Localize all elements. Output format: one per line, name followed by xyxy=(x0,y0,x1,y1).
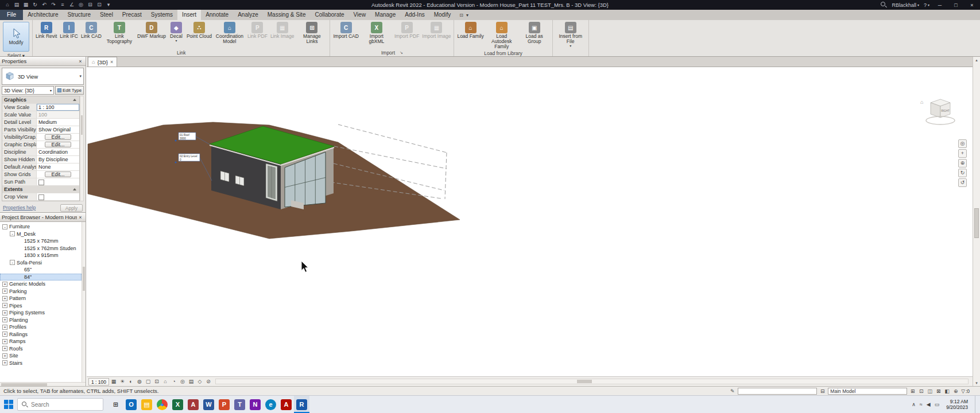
tree-expander-icon[interactable]: + xyxy=(2,310,7,315)
start-button[interactable] xyxy=(0,396,17,413)
ribbon-button[interactable]: R Link Revit xyxy=(34,21,58,40)
tree-item[interactable]: 1525 x 762mm xyxy=(0,237,82,245)
property-row[interactable]: Crop View xyxy=(2,193,79,201)
drag-on-selection-icon[interactable]: ⊕ xyxy=(952,388,959,394)
tree-item[interactable]: - Sofa-Pensi xyxy=(0,259,82,267)
tree-item[interactable]: 1525 x 762mm Studen xyxy=(0,245,82,252)
tree-expander-icon[interactable]: - xyxy=(10,260,15,265)
property-row[interactable]: Show Hidden ... By Discipline xyxy=(2,156,79,163)
type-selector[interactable]: 3D View ▾ xyxy=(2,68,84,85)
properties-scrollbar[interactable] xyxy=(80,96,84,201)
project-browser-header[interactable]: Project Browser - Modern House_P... × xyxy=(0,213,86,222)
canvas-vertical-scrollbar[interactable]: ▴ ▾ xyxy=(973,57,980,386)
tree-expander-icon[interactable]: + xyxy=(2,360,7,365)
tree-item[interactable]: - M_Desk xyxy=(0,231,82,238)
measure-icon[interactable]: ∠ xyxy=(68,1,76,9)
ribbon-button[interactable]: C Import CAD xyxy=(332,21,359,40)
properties-header[interactable]: Properties × xyxy=(0,57,86,66)
displacement-icon[interactable]: ◇ xyxy=(196,378,204,385)
network-icon[interactable]: ≈ xyxy=(920,402,923,407)
browser-vertical-scrollbar[interactable] xyxy=(82,222,86,382)
property-row[interactable]: Default Analys... None xyxy=(2,163,79,171)
taskbar-clock[interactable]: 9:12 AM 9/20/2023 xyxy=(946,399,968,410)
edit-type-button[interactable]: Edit Type xyxy=(55,86,84,95)
crop-view-icon[interactable]: ▢ xyxy=(144,378,152,385)
view-tab-close-icon[interactable]: × xyxy=(110,59,113,65)
property-value[interactable]: Edit... xyxy=(45,134,71,140)
ribbon-button[interactable]: ▤ Insert from File ▾ xyxy=(555,21,587,49)
print-icon[interactable]: ≡ xyxy=(59,1,67,9)
task-view-icon[interactable]: ⊞ xyxy=(108,396,123,413)
property-value[interactable] xyxy=(37,178,79,185)
select-links-icon[interactable]: ⊡ xyxy=(917,388,925,394)
scroll-up-icon[interactable]: ▴ xyxy=(973,57,980,63)
battery-icon[interactable]: ▭ xyxy=(935,402,940,407)
modify-button[interactable]: Modify xyxy=(3,22,29,52)
ribbon-button[interactable]: ⌂ Load Family xyxy=(456,21,485,40)
tab-add-ins[interactable]: Add-Ins xyxy=(400,10,429,20)
temporary-view-properties-icon[interactable]: ▤ xyxy=(187,378,195,385)
drawing-canvas[interactable]: 01 Roof 3000 02 Entry Level 0 ⌂ xyxy=(87,67,973,376)
property-row[interactable]: Graphics xyxy=(2,96,79,104)
property-value[interactable] xyxy=(37,193,79,200)
ribbon-button[interactable]: ▦ Import Image xyxy=(421,21,452,40)
tree-expander-icon[interactable]: - xyxy=(10,231,15,236)
render-icon[interactable]: ◍ xyxy=(135,378,144,385)
save-icon[interactable]: ▦ xyxy=(22,1,30,9)
search-icon[interactable] xyxy=(881,2,887,8)
full-navigation-wheel-icon[interactable]: ◎ xyxy=(958,139,967,148)
tree-expander-icon[interactable] xyxy=(17,274,22,279)
tree-expander-icon[interactable]: + xyxy=(2,346,7,351)
undo-icon[interactable]: ↶ xyxy=(40,1,48,9)
property-row[interactable]: Visibility/Grap... Edit... xyxy=(2,134,79,141)
scrollbar-thumb[interactable] xyxy=(81,115,83,135)
ribbon-button[interactable]: X Import gbXML xyxy=(361,21,393,45)
browser-horizontal-scrollbar[interactable] xyxy=(0,382,86,386)
taskbar-search[interactable] xyxy=(17,398,103,411)
temporary-hide-isolate-icon[interactable]: ◔ xyxy=(170,378,178,385)
tab-modify[interactable]: Modify xyxy=(429,10,455,20)
scrollbar-thumb[interactable] xyxy=(83,267,85,291)
tree-expander-icon[interactable]: + xyxy=(2,303,7,308)
revit-icon[interactable]: R xyxy=(294,396,309,413)
property-row[interactable]: Discipline Coordination xyxy=(2,149,79,156)
shadows-icon[interactable]: ◐ xyxy=(127,378,135,385)
powerpoint-icon[interactable]: P xyxy=(216,396,232,413)
access-icon[interactable]: A xyxy=(185,396,201,413)
tree-expander-icon[interactable]: + xyxy=(2,282,7,287)
ribbon-button[interactable]: ▣ Load as Group xyxy=(518,21,551,45)
scroll-down-icon[interactable]: ▾ xyxy=(973,380,980,386)
tree-expander-icon[interactable]: + xyxy=(2,332,7,337)
ribbon-button[interactable]: P Import PDF xyxy=(393,21,420,40)
property-value[interactable]: Edit... xyxy=(45,142,71,147)
outlook-icon[interactable]: O xyxy=(123,396,139,413)
tree-item[interactable]: 84" xyxy=(0,274,82,281)
property-value[interactable]: Coordination xyxy=(37,149,79,155)
canvas-horizontal-scrollbar[interactable] xyxy=(215,379,969,384)
visual-style-icon[interactable]: ▦ xyxy=(110,378,118,385)
tab-insert[interactable]: Insert xyxy=(177,10,201,20)
app-menu-icon[interactable]: ⌂ xyxy=(3,1,11,9)
property-row[interactable]: Graphic Displa... Edit... xyxy=(2,141,79,149)
acrobat-icon[interactable]: A xyxy=(278,396,294,413)
tree-expander-icon[interactable] xyxy=(17,239,22,244)
tree-item[interactable]: 65" xyxy=(0,266,82,274)
select-underlay-icon[interactable]: ◫ xyxy=(926,388,933,394)
tab-precast[interactable]: Precast xyxy=(118,10,146,20)
tree-expander-icon[interactable] xyxy=(17,253,22,258)
open-icon[interactable]: ▤ xyxy=(13,1,21,9)
show-desktop-button[interactable] xyxy=(975,396,978,413)
design-options-combo[interactable]: Main Model xyxy=(828,388,907,395)
project-browser-close-icon[interactable]: × xyxy=(77,215,84,220)
properties-help-link[interactable]: Properties help xyxy=(3,205,36,211)
tree-expander-icon[interactable] xyxy=(17,267,22,272)
tree-item[interactable]: - Furniture xyxy=(0,223,82,231)
type-selector-dropdown-icon[interactable]: ▾ xyxy=(79,74,82,79)
minimize-button[interactable]: ─ xyxy=(934,2,946,8)
tree-item[interactable]: 1830 x 915mm xyxy=(0,252,82,259)
tree-expander-icon[interactable]: + xyxy=(2,339,7,344)
view-filter-combo[interactable]: 3D View: {3D} ▾ xyxy=(2,86,54,95)
ribbon-button[interactable]: P Link PDF xyxy=(246,21,269,40)
property-row[interactable]: Scale Value 1: 100 xyxy=(2,111,79,119)
property-row[interactable]: Extents xyxy=(2,186,79,193)
